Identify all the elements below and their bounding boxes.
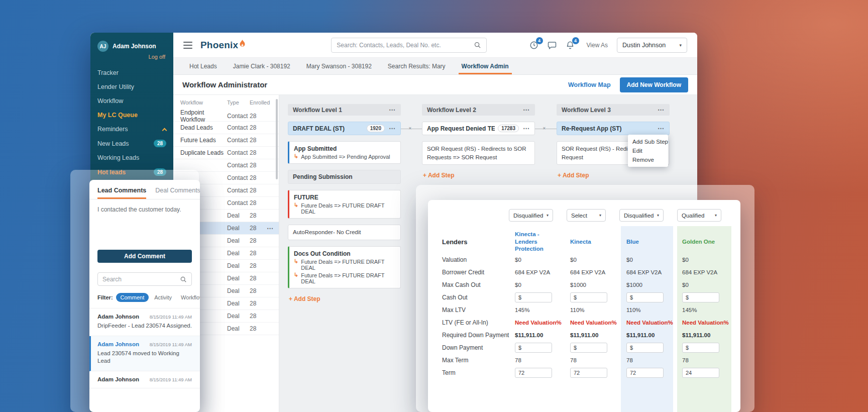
workflow-stage[interactable]: Re-Request App (ST)⋯ bbox=[557, 122, 670, 135]
workflow-name: Dead Leads bbox=[180, 124, 227, 131]
more-icon[interactable]: ⋯ bbox=[523, 125, 530, 132]
sidebar-item-my-lc-queue[interactable]: My LC Queue bbox=[90, 108, 173, 122]
sidebar-item-reminders[interactable]: Reminders bbox=[90, 122, 173, 136]
more-icon[interactable]: ⋯ bbox=[389, 107, 396, 113]
lender-status-select[interactable]: Select▾ bbox=[567, 209, 606, 222]
term-input[interactable] bbox=[570, 368, 607, 378]
connector-remove-icon[interactable]: ✕ bbox=[408, 127, 412, 131]
workflow-step[interactable]: App Submitted↳App Submitted => Pending A… bbox=[288, 141, 401, 164]
comment-search-input[interactable] bbox=[102, 276, 180, 283]
add-step-button[interactable]: + Add Step bbox=[288, 295, 401, 302]
lender-status-select[interactable]: Disqualified▾ bbox=[509, 209, 553, 222]
add-comment-button[interactable]: Add Comment bbox=[97, 250, 192, 263]
lender-status-select[interactable]: Qualified▾ bbox=[677, 209, 721, 222]
comment-text: DripFeeder - Lead 230574 Assigned. bbox=[97, 322, 192, 330]
term-input[interactable] bbox=[515, 368, 552, 378]
workflow-step-transition: Future Deals => FUTURE DRAFT DEAL bbox=[301, 202, 396, 215]
sidebar-item-label: Working Leads bbox=[97, 154, 166, 161]
workflow-list-row[interactable]: Dead LeadsContact28 bbox=[173, 122, 279, 134]
menu-icon[interactable] bbox=[183, 42, 192, 49]
cash-out-input[interactable] bbox=[570, 292, 607, 302]
sidebar-user: AJ Adam Johnson bbox=[90, 33, 173, 53]
lender-value: $11,911.00 bbox=[515, 332, 570, 338]
workflow-step[interactable]: AutoResponder- No Credit bbox=[288, 225, 401, 240]
chevron-down-icon: ▾ bbox=[544, 213, 549, 218]
cash-out-input[interactable] bbox=[626, 292, 664, 302]
workflow-list-row[interactable]: Duplicate LeadsContact28 bbox=[173, 147, 279, 159]
tab-deal-comments[interactable]: Deal Comments bbox=[155, 187, 200, 199]
sidebar-item-label: Lender Utility bbox=[97, 83, 166, 90]
sidebar-item-workflow[interactable]: Workflow bbox=[90, 94, 173, 108]
workflow-stage[interactable]: App Request Denied TEST (ST)17283⋯ bbox=[422, 122, 535, 135]
tab-mary-swanson-308192[interactable]: Mary Swanson - 308192 bbox=[298, 58, 380, 74]
filter-pill-activity[interactable]: Activity bbox=[151, 293, 175, 302]
comment-item[interactable]: Adam Johnson8/15/2019 11:49 AMLead 23057… bbox=[89, 336, 200, 371]
sidebar-item-tracker[interactable]: Tracker bbox=[90, 66, 173, 80]
lender-value: $0 bbox=[682, 282, 740, 288]
logoff-link[interactable]: Log off bbox=[90, 53, 173, 66]
tab-lead-comments[interactable]: Lead Comments bbox=[97, 187, 146, 199]
add-step-button[interactable]: + Add Step bbox=[422, 172, 535, 179]
context-menu-item-edit[interactable]: Edit bbox=[628, 146, 668, 155]
add-step-button[interactable]: + Add Step bbox=[557, 172, 670, 179]
sidebar-item-new-leads[interactable]: New Leads28 bbox=[90, 136, 173, 151]
more-icon[interactable]: ⋯ bbox=[389, 125, 396, 132]
context-menu-item-remove[interactable]: Remove bbox=[628, 155, 668, 164]
select-value: Disqualified bbox=[624, 213, 654, 219]
chevron-down-icon: ▾ bbox=[712, 213, 717, 218]
cash-out-input[interactable] bbox=[682, 292, 719, 302]
tab-workflow-admin[interactable]: Workflow Admin bbox=[454, 58, 517, 74]
workflow-step[interactable]: FUTURE↳Future Deals => FUTURE DRAFT DEAL bbox=[288, 190, 401, 219]
workflow-list-row[interactable]: Endpoint WorkflowContact28 bbox=[173, 109, 279, 122]
down-payment-input[interactable] bbox=[626, 343, 664, 353]
workflow-list-scrollbar[interactable] bbox=[276, 99, 278, 179]
chat-icon bbox=[548, 41, 557, 50]
workflow-step[interactable]: Pending Submission bbox=[288, 170, 401, 184]
more-icon[interactable]: ⋯ bbox=[658, 125, 665, 132]
connector-remove-icon[interactable]: ✕ bbox=[542, 127, 546, 131]
view-as-select[interactable]: Dustin Johnson ▾ bbox=[617, 38, 687, 53]
tab-search-results-mary[interactable]: Search Results: Mary bbox=[380, 58, 454, 74]
term-input[interactable] bbox=[626, 368, 664, 378]
more-icon[interactable]: ⋯ bbox=[658, 107, 665, 113]
comment-item[interactable]: Adam Johnson8/15/2019 11:49 AM bbox=[89, 371, 200, 388]
workflow-stage-title: App Request Denied TEST (ST) bbox=[427, 125, 495, 132]
filter-pill-workflow[interactable]: Workflow bbox=[177, 293, 200, 302]
search-icon[interactable] bbox=[474, 41, 481, 49]
workflow-step[interactable]: SOR Request (RS) - Redirects to SOR Requ… bbox=[422, 141, 535, 165]
cash-out-input[interactable] bbox=[515, 292, 552, 302]
sidebar-item-lender-utility[interactable]: Lender Utility bbox=[90, 80, 173, 94]
workflow-column-header: Workflow Level 2⋯ bbox=[422, 104, 535, 116]
context-menu-item-add-sub-step[interactable]: Add Sub Step bbox=[628, 137, 668, 146]
lender-value bbox=[570, 368, 626, 378]
tab-jamie-clark-308192[interactable]: Jamie Clark - 308192 bbox=[225, 58, 298, 74]
notifications-button[interactable]: 4 bbox=[566, 41, 575, 50]
comment-item[interactable]: Adam Johnson8/15/2019 11:49 AMDripFeeder… bbox=[89, 308, 200, 336]
down-payment-input[interactable] bbox=[682, 343, 719, 353]
down-payment-input[interactable] bbox=[570, 343, 607, 353]
lender-status-select[interactable]: Disqualified▾ bbox=[619, 209, 664, 222]
term-input[interactable] bbox=[682, 368, 719, 378]
search-icon[interactable] bbox=[180, 276, 187, 283]
add-new-workflow-button[interactable]: Add New Workflow bbox=[620, 77, 688, 92]
more-icon[interactable]: ⋯ bbox=[267, 225, 274, 232]
recent-activity-button[interactable]: 4 bbox=[529, 41, 538, 50]
workflow-enrolled-count: 28 bbox=[250, 113, 279, 120]
filter-pill-comment[interactable]: Comment bbox=[116, 293, 149, 302]
down-payment-input[interactable] bbox=[515, 343, 552, 353]
lenders-header-row: LendersKinecta - Lenders ProtectionKinec… bbox=[428, 230, 740, 253]
global-search-input[interactable] bbox=[337, 42, 474, 49]
comment-input[interactable]: I contacted the customer today. bbox=[89, 199, 200, 250]
comment-author: Adam Johnson bbox=[97, 376, 139, 382]
more-icon[interactable]: ⋯ bbox=[523, 107, 530, 113]
workflow-list-row[interactable]: Future LeadsContact28 bbox=[173, 134, 279, 147]
lender-column-header: Golden One bbox=[682, 238, 740, 246]
workflow-stage[interactable]: DRAFT DEAL (ST)1920⋯ bbox=[288, 122, 401, 135]
messages-button[interactable] bbox=[548, 41, 557, 50]
sidebar-item-working-leads[interactable]: Working Leads bbox=[90, 151, 173, 165]
tab-hot-leads[interactable]: Hot Leads bbox=[181, 58, 225, 74]
workflow-map-link[interactable]: Workflow Map bbox=[568, 81, 611, 88]
lender-row-label: Max Cash Out bbox=[428, 281, 515, 288]
lender-value: 78 bbox=[626, 357, 682, 363]
workflow-step[interactable]: Docs Out Condition↳Future Deals => FUTUR… bbox=[288, 246, 401, 288]
